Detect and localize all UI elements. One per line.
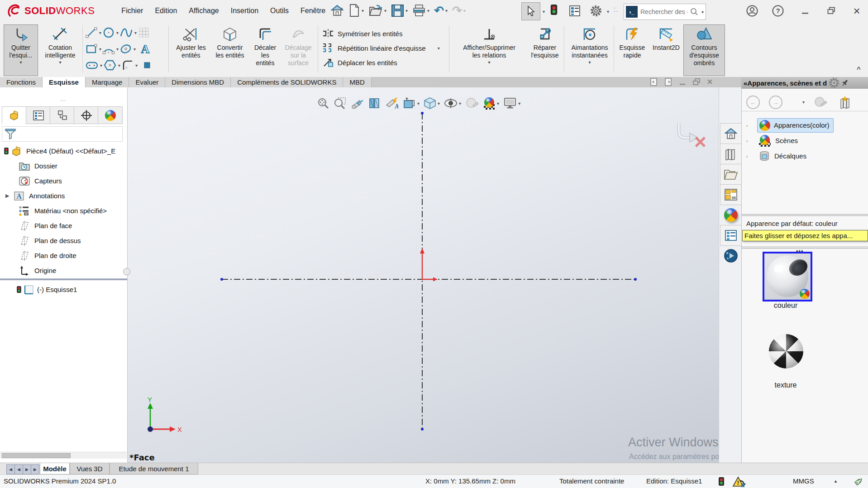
tab-scroll-last[interactable]: ▶ (31, 464, 39, 474)
apply-scene-icon[interactable]: ▾ (483, 97, 499, 110)
menu-fenetre[interactable]: Fenêtre (295, 0, 331, 22)
appearances-tree-item-selected[interactable]: › Apparences(color) (742, 118, 868, 133)
dropdown-icon[interactable]: ▾ (518, 101, 520, 106)
units-selector[interactable]: MMGS (793, 477, 814, 485)
open-document-button[interactable]: ▾ (367, 2, 388, 19)
menu-edition[interactable]: Edition (149, 0, 183, 22)
dropdown-icon[interactable]: ▾ (116, 47, 119, 52)
dropdown-icon[interactable]: ▾ (459, 101, 461, 106)
task-pane-gear-icon[interactable] (828, 77, 840, 89)
offset-entities-button[interactable]: Décaler les entités (250, 24, 281, 76)
history-dropdown-icon[interactable]: ▾ (802, 100, 805, 105)
dropdown-icon[interactable]: ▾ (438, 101, 440, 106)
dropdown-icon[interactable]: ▾ (135, 63, 138, 68)
mirror-entities-button[interactable]: Symétriser les entités (322, 27, 402, 40)
tab-complements[interactable]: Compléments de SOLIDWORKS (231, 77, 343, 87)
dropdown-icon[interactable]: ▾ (99, 47, 101, 52)
arc-tool[interactable]: ▾ (102, 43, 119, 55)
tab-dimensions-mbd[interactable]: Dimensions MBD (165, 77, 231, 87)
tab-fonctions[interactable]: Fonctions (0, 77, 43, 87)
warning-rebuild-icon[interactable]: ! (732, 476, 746, 488)
tab-evaluer[interactable]: Evaluer (129, 77, 165, 87)
select-tool-dropdown[interactable]: ▾ (543, 9, 545, 14)
sketch-origin[interactable] (413, 244, 449, 285)
configurationmanager-tab[interactable] (50, 106, 75, 124)
move-entities-button[interactable]: Déplacer les entités (322, 56, 397, 69)
custom-properties-tab[interactable] (720, 225, 742, 246)
dropdown-icon[interactable]: ▾ (362, 8, 364, 13)
panel-splitter-grip[interactable] (123, 268, 130, 275)
expander-icon[interactable]: › (746, 138, 753, 144)
dropdown-icon[interactable]: ▾ (99, 30, 101, 35)
expander-icon[interactable]: › (746, 153, 753, 159)
home-tab[interactable] (720, 123, 742, 144)
print-button[interactable]: ▾ (410, 3, 431, 18)
community-forum-tab[interactable] (720, 245, 742, 266)
view-settings-monitor-icon[interactable]: ▾ (503, 97, 520, 110)
select-tool-button[interactable] (521, 2, 540, 20)
ribbon-collapse-chevron[interactable]: ^ (857, 65, 861, 73)
doc-restore-icon[interactable] (692, 78, 701, 86)
tab-mbd[interactable]: MBD (343, 77, 371, 87)
color-appearance-thumbnail[interactable] (763, 252, 812, 301)
point-tool[interactable] (143, 61, 151, 69)
settings-dropdown[interactable]: ▾ (607, 9, 609, 14)
doc-minimize-icon[interactable] (679, 78, 686, 86)
new-appearance-icon[interactable] (839, 96, 851, 109)
tree-item-plan-de-droite[interactable]: Plan de droite (0, 248, 127, 263)
design-library-tab[interactable] (720, 144, 742, 164)
zoom-fit-icon[interactable] (317, 97, 329, 110)
model-tab[interactable]: Modèle (40, 463, 70, 474)
motion-study-tab[interactable]: Etude de mouvement 1 (110, 463, 198, 474)
dropdown-icon[interactable]: ▾ (497, 101, 499, 106)
rollback-bar[interactable] (0, 278, 127, 280)
zoom-area-icon[interactable] (334, 97, 346, 110)
collapse-chevrons-icon[interactable]: « (744, 79, 747, 87)
units-dropdown-icon[interactable]: ▲ (834, 479, 838, 483)
file-explorer-tab[interactable] (720, 164, 742, 185)
new-document-button[interactable]: ▾ (347, 2, 366, 19)
task-pane-pin-icon[interactable] (840, 78, 849, 87)
tree-root-part[interactable]: Pièce4 (Défaut) <<Défaut>_E (0, 144, 127, 158)
polygon-tool[interactable]: ▾ (103, 59, 120, 72)
expander-icon[interactable]: › (746, 123, 753, 128)
tree-item-plan-de-face[interactable]: Plan de face (0, 218, 127, 233)
menu-affichage[interactable]: Affichage (183, 0, 224, 22)
exit-sketch-button[interactable]: Quitter l'esqui... ▾ (4, 24, 38, 76)
appearances-scenes-tab-active[interactable] (720, 205, 742, 225)
tree-horizontal-scrollbar[interactable] (0, 452, 127, 459)
panel-grip[interactable]: ⋯ (54, 97, 72, 104)
shaded-sketch-contours-button[interactable]: Contours d'esquisse ombrés (683, 24, 725, 76)
tree-item-origine[interactable]: Origine (0, 263, 127, 278)
undo-button[interactable]: ↶ ▾ (432, 3, 449, 18)
menu-fichier[interactable]: Fichier (115, 0, 149, 22)
tag-icon[interactable] (853, 476, 864, 488)
ellipse-tool[interactable]: ▾ (119, 43, 136, 55)
repair-sketch-button[interactable]: Réparer l'esquisse (527, 24, 563, 76)
dropdown-icon[interactable]: ▾ (427, 8, 429, 13)
home-button[interactable] (329, 2, 346, 19)
search-icon[interactable] (690, 8, 698, 16)
rapid-sketch-button[interactable]: Esquisse rapide (615, 24, 649, 76)
sketch-point[interactable] (634, 278, 637, 281)
discard-sketch-x-icon[interactable]: × (694, 131, 706, 152)
tree-item-esquisse1[interactable]: (-) Esquisse1 (0, 282, 127, 297)
tree-item-capteurs[interactable]: Capteurs (0, 173, 127, 188)
texture-appearance-thumbnail[interactable] (769, 334, 803, 368)
tree-filter-bar[interactable] (2, 126, 123, 142)
save-button[interactable]: ▾ (389, 3, 410, 19)
doc-close-icon[interactable]: × (707, 78, 713, 86)
account-icon[interactable] (746, 5, 758, 17)
view-palette-tab[interactable] (720, 184, 742, 205)
task-pane-header[interactable]: « Apparences, scènes et d (742, 77, 868, 89)
toolbar-overflow-dots[interactable]: ⁚. (614, 6, 618, 13)
displaymanager-tab[interactable] (98, 106, 123, 124)
minimize-button[interactable] (795, 3, 816, 19)
dropdown-icon[interactable]: ▾ (384, 8, 386, 13)
edit-appearance-icon[interactable] (465, 97, 479, 110)
property-list-icon[interactable] (568, 5, 581, 17)
scenes-tree-item[interactable]: › Scènes (742, 133, 868, 148)
settings-gear-icon[interactable] (589, 4, 603, 18)
search-dropdown[interactable]: ▾ (701, 10, 704, 14)
search-input[interactable] (639, 8, 688, 16)
